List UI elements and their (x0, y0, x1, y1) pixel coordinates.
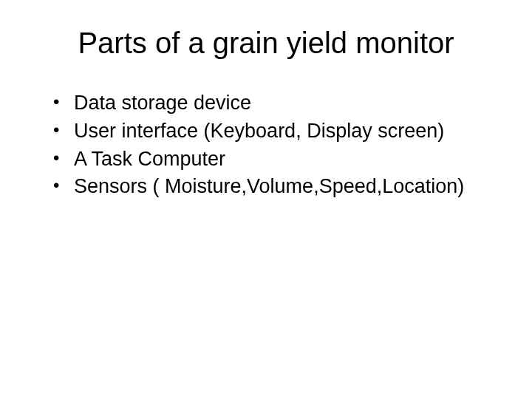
list-item: User interface (Keyboard, Display screen… (53, 119, 495, 144)
bullet-list: Data storage device User interface (Keyb… (37, 91, 495, 200)
list-item: Data storage device (53, 91, 495, 116)
list-item: Sensors ( Moisture,Volume,Speed,Location… (53, 174, 495, 200)
slide-container: Parts of a grain yield monitor Data stor… (0, 0, 532, 399)
list-item: A Task Computer (53, 147, 495, 172)
slide-title: Parts of a grain yield monitor (37, 27, 495, 60)
